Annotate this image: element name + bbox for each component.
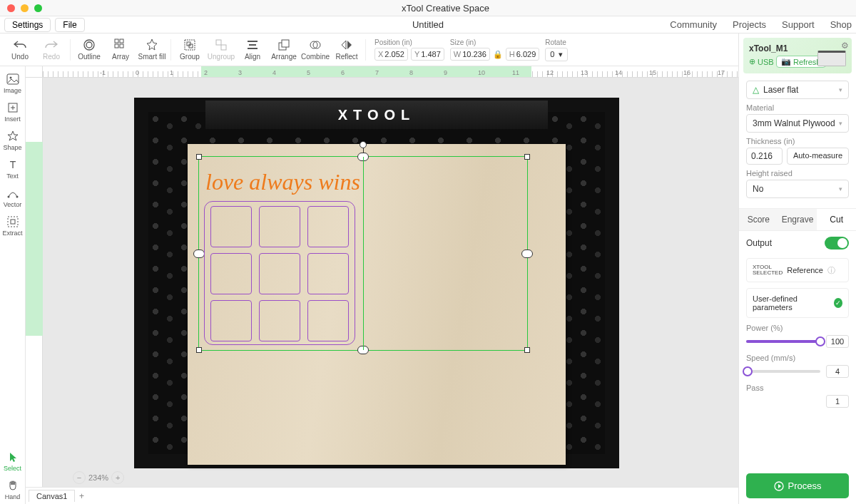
speed-label: Speed (mm/s) [746, 354, 849, 362]
image-tool[interactable]: Image [1, 69, 25, 98]
pass-label: Pass [746, 384, 849, 392]
lock-aspect-icon[interactable]: 🔒 [493, 50, 503, 59]
output-label: Output [746, 238, 772, 248]
artwork-board[interactable] [204, 201, 355, 345]
artwork-text[interactable]: love always wins [205, 169, 360, 195]
array-button[interactable]: Array [105, 35, 136, 65]
material-select[interactable]: 3mm Walnut Plywood▾ [746, 114, 849, 133]
redo-button[interactable]: Redo [36, 35, 67, 65]
output-row: Output [739, 231, 856, 255]
speed-slider[interactable] [746, 370, 820, 373]
select-tool[interactable]: Select [1, 447, 25, 475]
output-toggle[interactable] [825, 237, 849, 250]
zoom-out-button[interactable]: − [73, 471, 86, 484]
height-label: Height raised [746, 169, 849, 178]
insert-tool[interactable]: Insert [1, 98, 25, 126]
status-bar: Canvas1 + [26, 487, 738, 504]
community-link[interactable]: Community [670, 19, 717, 30]
usb-icon: ⊕ [749, 57, 755, 66]
workarea[interactable]: XTOOL love always wins [43, 78, 738, 487]
tab-score[interactable]: Score [739, 209, 778, 230]
support-link[interactable]: Support [782, 19, 815, 30]
shop-link[interactable]: Shop [830, 19, 852, 30]
process-button[interactable]: Process [746, 473, 849, 498]
height-select[interactable]: No▾ [746, 180, 849, 198]
close-window-button[interactable] [7, 4, 15, 12]
undo-icon [14, 38, 26, 51]
outline-button[interactable]: Outline [73, 35, 105, 65]
cursor-icon [6, 451, 19, 463]
thickness-label: Thickness (in) [746, 137, 849, 145]
device-image [817, 51, 846, 66]
device-card: ⚙ xTool_M1 ⊕USB 📷Refresh [743, 38, 852, 73]
arrange-icon [277, 38, 290, 51]
power-value[interactable]: 100 [826, 335, 849, 348]
gear-icon[interactable]: ⚙ [841, 41, 849, 51]
svg-rect-15 [282, 40, 289, 47]
settings-menu[interactable]: Settings [4, 18, 51, 32]
ungroup-button[interactable]: Ungroup [205, 35, 237, 65]
chevron-down-icon: ▾ [839, 185, 842, 192]
align-button[interactable]: Align [237, 35, 268, 65]
combine-button[interactable]: Combine [300, 35, 331, 65]
arrange-button[interactable]: Arrange [268, 35, 300, 65]
position-y-field[interactable]: Y1.487 [411, 48, 444, 61]
pass-value[interactable]: 1 [826, 395, 849, 408]
speed-value[interactable]: 4 [826, 365, 849, 378]
projects-link[interactable]: Projects [733, 19, 766, 30]
bed-logo: XTOOL [205, 101, 548, 129]
maximize-window-button[interactable] [34, 4, 42, 12]
reference-card[interactable]: XTOOLSELECTED Reference ⓘ [746, 258, 849, 282]
resize-handle-se[interactable] [524, 347, 530, 353]
vector-icon [6, 187, 19, 200]
user-defined-card[interactable]: User-defined parameters ✓ [746, 288, 849, 318]
canvas-tab[interactable]: Canvas1 [29, 490, 75, 502]
resize-handle-nw[interactable] [196, 154, 202, 160]
size-w-field[interactable]: W10.236 [450, 48, 490, 61]
resize-handle-w[interactable] [193, 250, 205, 258]
info-icon[interactable]: ⓘ [827, 265, 835, 276]
svg-rect-2 [115, 39, 118, 43]
auto-measure-button[interactable]: Auto-measure [787, 148, 849, 165]
rotate-field[interactable]: 0▾ [545, 48, 568, 61]
tab-cut[interactable]: Cut [817, 209, 856, 230]
mode-select[interactable]: △Laser flat ▾ [746, 81, 849, 99]
size-h-field[interactable]: H6.029 [506, 48, 539, 61]
file-menu[interactable]: File [55, 18, 84, 32]
minimize-window-button[interactable] [21, 4, 29, 12]
rotate-handle[interactable] [360, 141, 367, 148]
position-group: Position (in) X2.052 Y1.487 [374, 38, 444, 61]
shape-tool[interactable]: Shape [1, 126, 25, 155]
connection-status: ⊕USB [749, 57, 774, 66]
position-x-field[interactable]: X2.052 [374, 48, 408, 61]
insert-icon [6, 101, 19, 114]
svg-text:T: T [9, 159, 16, 170]
resize-handle-sw[interactable] [196, 347, 202, 353]
smart-fill-button[interactable]: Smart fill [136, 35, 168, 65]
image-icon [6, 73, 19, 86]
thickness-input[interactable]: 0.216 [746, 148, 783, 165]
group-button[interactable]: Group [174, 35, 205, 65]
reflect-button[interactable]: Reflect [331, 35, 362, 65]
undo-button[interactable]: Undo [4, 35, 36, 65]
svg-point-0 [84, 40, 94, 50]
menu-bar: Settings File Untitled Community Project… [0, 16, 856, 34]
resize-handle-e[interactable] [521, 250, 533, 258]
smart-fill-icon [146, 38, 158, 51]
resize-handle-ne[interactable] [524, 154, 530, 160]
text-tool[interactable]: TText [1, 155, 25, 183]
hand-tool[interactable]: Hand [1, 475, 25, 504]
power-slider[interactable] [746, 340, 820, 343]
ruler-horizontal: -1 0 1 2 3 4 5 6 7 8 9 10 11 12 13 14 15… [43, 66, 738, 78]
vector-tool[interactable]: Vector [1, 183, 25, 212]
tab-engrave[interactable]: Engrave [778, 209, 817, 230]
window-titlebar: xTool Creative Space [0, 0, 856, 16]
zoom-in-button[interactable]: + [111, 471, 124, 484]
svg-rect-9 [216, 40, 221, 45]
outline-icon [83, 38, 96, 51]
add-canvas-button[interactable]: + [75, 491, 88, 501]
extract-tool[interactable]: Extract [1, 212, 25, 240]
svg-rect-10 [221, 45, 226, 50]
window-controls [7, 4, 42, 12]
svg-rect-5 [120, 44, 123, 48]
